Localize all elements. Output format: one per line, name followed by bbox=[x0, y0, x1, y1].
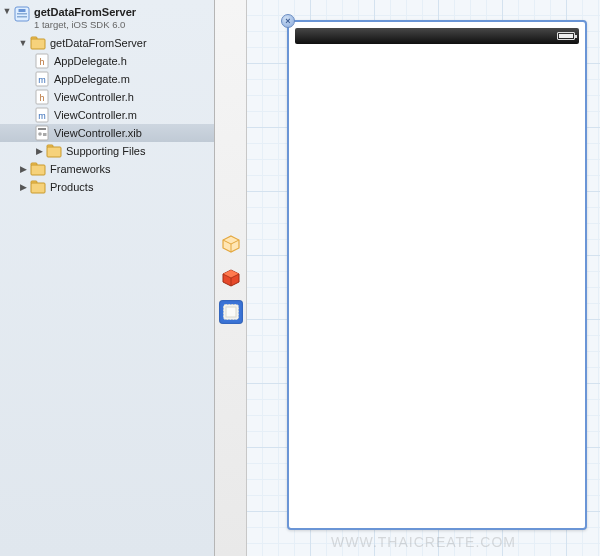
svg-rect-17 bbox=[43, 133, 47, 136]
file-row-viewcontroller-h[interactable]: h ViewController.h bbox=[0, 88, 214, 106]
header-file-icon: h bbox=[34, 53, 50, 69]
svg-rect-21 bbox=[31, 165, 45, 175]
group-label: Supporting Files bbox=[66, 145, 146, 157]
disclosure-triangle-icon[interactable]: ▶ bbox=[18, 164, 28, 174]
file-label: ViewController.m bbox=[54, 109, 137, 121]
project-title: getDataFromServer bbox=[34, 6, 136, 18]
svg-rect-2 bbox=[17, 13, 27, 15]
disclosure-triangle-icon[interactable]: ▼ bbox=[2, 6, 12, 16]
svg-rect-19 bbox=[47, 147, 61, 157]
svg-text:h: h bbox=[39, 57, 44, 67]
disclosure-triangle-icon[interactable]: ▶ bbox=[34, 146, 44, 156]
svg-rect-23 bbox=[31, 183, 45, 193]
disclosure-triangle-icon[interactable]: ▼ bbox=[18, 38, 28, 48]
watermark-text: WWW.THAICREATE.COM bbox=[331, 534, 516, 550]
file-label: AppDelegate.h bbox=[54, 55, 127, 67]
document-outline-dock bbox=[215, 0, 247, 556]
file-row-viewcontroller-m[interactable]: m ViewController.m bbox=[0, 106, 214, 124]
folder-icon bbox=[46, 143, 62, 159]
project-navigator: ▼ getDataFromServer 1 target, iOS SDK 6.… bbox=[0, 0, 215, 556]
xcode-window: ▼ getDataFromServer 1 target, iOS SDK 6.… bbox=[0, 0, 600, 556]
svg-rect-1 bbox=[19, 9, 26, 12]
group-label: getDataFromServer bbox=[50, 37, 147, 49]
placeholder-files-owner[interactable] bbox=[219, 232, 243, 256]
group-frameworks[interactable]: ▶ Frameworks bbox=[0, 160, 214, 178]
iphone-view-frame[interactable]: × bbox=[287, 20, 587, 530]
file-label: AppDelegate.m bbox=[54, 73, 130, 85]
xcode-project-icon bbox=[14, 6, 30, 22]
file-row-appdelegate-m[interactable]: m AppDelegate.m bbox=[0, 70, 214, 88]
header-file-icon: h bbox=[34, 89, 50, 105]
file-row-viewcontroller-xib[interactable]: ViewController.xib bbox=[0, 124, 214, 142]
placeholder-first-responder[interactable] bbox=[219, 266, 243, 290]
project-subtitle: 1 target, iOS SDK 6.0 bbox=[34, 19, 136, 30]
xib-file-icon bbox=[34, 125, 50, 141]
svg-text:m: m bbox=[38, 111, 46, 121]
folder-icon bbox=[30, 35, 46, 51]
group-label: Products bbox=[50, 181, 93, 193]
battery-icon bbox=[557, 32, 575, 40]
interface-builder-canvas[interactable]: × WWW.THAICREATE.COM bbox=[247, 0, 600, 556]
disclosure-triangle-icon[interactable]: ▶ bbox=[18, 182, 28, 192]
svg-text:h: h bbox=[39, 93, 44, 103]
svg-rect-15 bbox=[38, 128, 46, 130]
file-row-appdelegate-h[interactable]: h AppDelegate.h bbox=[0, 52, 214, 70]
svg-rect-3 bbox=[17, 16, 27, 18]
folder-icon bbox=[30, 161, 46, 177]
file-label: ViewController.h bbox=[54, 91, 134, 103]
group-label: Frameworks bbox=[50, 163, 111, 175]
svg-rect-30 bbox=[226, 307, 236, 317]
svg-rect-5 bbox=[31, 39, 45, 49]
group-supporting-files[interactable]: ▶ Supporting Files bbox=[0, 142, 214, 160]
svg-point-16 bbox=[38, 132, 42, 136]
impl-file-icon: m bbox=[34, 71, 50, 87]
group-row[interactable]: ▼ getDataFromServer bbox=[0, 34, 214, 52]
group-products[interactable]: ▶ Products bbox=[0, 178, 214, 196]
project-root-row[interactable]: ▼ getDataFromServer 1 target, iOS SDK 6.… bbox=[0, 4, 214, 34]
svg-text:m: m bbox=[38, 75, 46, 85]
close-icon[interactable]: × bbox=[281, 14, 295, 28]
object-view[interactable] bbox=[219, 300, 243, 324]
folder-icon bbox=[30, 179, 46, 195]
file-label: ViewController.xib bbox=[54, 127, 142, 139]
impl-file-icon: m bbox=[34, 107, 50, 123]
status-bar bbox=[295, 28, 579, 44]
